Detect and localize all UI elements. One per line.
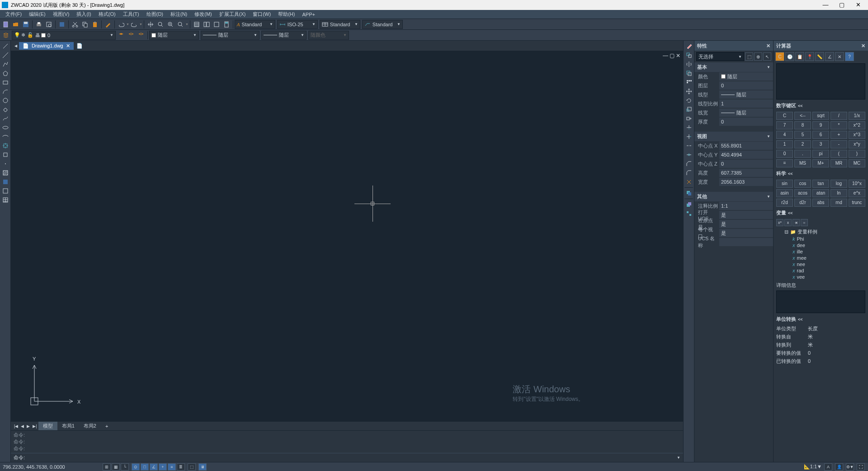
model-tab[interactable]: 模型 bbox=[38, 422, 57, 430]
calc-key-[interactable]: / bbox=[830, 112, 847, 120]
calc-key-8[interactable]: 8 bbox=[794, 121, 811, 129]
var-item-Phi[interactable]: kPhi bbox=[776, 236, 865, 242]
quickcalc-close-button[interactable]: ✕ bbox=[861, 43, 865, 49]
section-basic-header[interactable]: 基本▼ bbox=[694, 62, 773, 72]
calc-key-ln[interactable]: ln bbox=[830, 189, 847, 197]
lwt-button[interactable]: ≡ bbox=[168, 463, 176, 471]
move-button[interactable] bbox=[684, 87, 693, 95]
calc-getcoord-button[interactable]: 📍 bbox=[805, 52, 814, 61]
offset-button[interactable] bbox=[684, 69, 693, 77]
menu-tools[interactable]: 工具(T) bbox=[119, 10, 143, 19]
prop-height[interactable]: 607.7385 bbox=[719, 169, 773, 177]
text-style-dropdown[interactable]: A Standard ▼ bbox=[235, 20, 275, 29]
calc-key-9[interactable]: 9 bbox=[812, 121, 829, 129]
section-other-header[interactable]: 其他▼ bbox=[694, 192, 773, 201]
var-edit-button[interactable]: x bbox=[784, 219, 792, 226]
copy-obj-button[interactable] bbox=[684, 51, 693, 59]
prop-atorigin[interactable]: 是 bbox=[719, 220, 773, 228]
calc-distance-button[interactable]: 📏 bbox=[815, 52, 824, 61]
prop-lineweight[interactable]: 随层 bbox=[719, 109, 773, 117]
grid-button[interactable]: ▦ bbox=[112, 463, 120, 471]
insert-block-button[interactable] bbox=[1, 142, 10, 150]
osnap-button[interactable]: □ bbox=[141, 463, 149, 471]
calc-key-[interactable]: + bbox=[830, 131, 847, 139]
layout-last-button[interactable]: ▶| bbox=[31, 424, 38, 428]
menu-express[interactable]: 扩展工具(X) bbox=[216, 10, 250, 19]
menu-view[interactable]: 视图(V) bbox=[49, 10, 73, 19]
section-view-header[interactable]: 视图▼ bbox=[694, 132, 773, 141]
prop-linetype[interactable]: 随层 bbox=[719, 90, 773, 99]
calc-key-0[interactable]: 0 bbox=[776, 150, 793, 158]
calc-key-sin[interactable]: sin bbox=[776, 180, 793, 188]
region-button[interactable] bbox=[1, 187, 10, 195]
var-item-rad[interactable]: xrad bbox=[776, 267, 865, 274]
calc-intersect-button[interactable]: ✕ bbox=[835, 52, 844, 61]
calc-key-cos[interactable]: cos bbox=[794, 180, 811, 188]
var-item-mee[interactable]: xmee bbox=[776, 255, 865, 261]
close-button[interactable]: ✕ bbox=[850, 0, 866, 10]
mdi-minimize-button[interactable]: — bbox=[663, 52, 668, 59]
break-button[interactable] bbox=[684, 142, 693, 150]
menu-help[interactable]: 帮助(H) bbox=[274, 10, 298, 19]
minimize-button[interactable]: — bbox=[817, 0, 834, 10]
prop-color[interactable]: 随层 bbox=[719, 72, 773, 81]
select-objects-button[interactable]: ↖ bbox=[763, 52, 771, 61]
layer-properties-button[interactable] bbox=[1, 31, 10, 40]
var-item-nee[interactable]: xnee bbox=[776, 261, 865, 267]
cut-button[interactable] bbox=[71, 20, 80, 29]
maximize-button[interactable]: ▢ bbox=[834, 0, 850, 10]
var-item-vee[interactable]: xvee bbox=[776, 274, 865, 280]
polar-button[interactable]: ⊙ bbox=[132, 463, 140, 471]
layer-previous-button[interactable] bbox=[117, 31, 126, 40]
var-item-dee[interactable]: xdee bbox=[776, 242, 865, 248]
copy-button[interactable] bbox=[80, 20, 90, 29]
undo-button[interactable] bbox=[117, 20, 126, 29]
chamfer-button[interactable] bbox=[684, 160, 693, 168]
menu-edit[interactable]: 编辑(E) bbox=[25, 10, 49, 19]
calc-display[interactable] bbox=[776, 63, 865, 100]
calc-key-pi[interactable]: pi bbox=[812, 150, 829, 158]
menu-file[interactable]: 文件(F) bbox=[2, 10, 25, 19]
draworder-button[interactable] bbox=[684, 189, 693, 197]
open-button[interactable] bbox=[11, 20, 20, 29]
var-calc-button[interactable]: = bbox=[801, 219, 808, 226]
calc-key-log[interactable]: log bbox=[830, 180, 847, 188]
table-button[interactable] bbox=[1, 196, 10, 204]
quickselect-button[interactable]: ⬚ bbox=[745, 52, 753, 61]
calc-key-sqrt[interactable]: sqrt bbox=[812, 112, 829, 120]
calc-key-[interactable]: ( bbox=[830, 150, 847, 158]
calc-history-button[interactable]: 🕐 bbox=[785, 52, 794, 61]
layout-next-button[interactable]: ▶ bbox=[25, 424, 31, 428]
var-delete-button[interactable]: x̶ bbox=[793, 219, 800, 226]
layout-prev-button[interactable]: ◀ bbox=[19, 424, 25, 428]
calc-key-atan[interactable]: atan bbox=[812, 189, 829, 197]
calc-key-M[interactable]: M+ bbox=[812, 159, 829, 167]
layout1-tab[interactable]: 布局1 bbox=[57, 422, 79, 430]
unit-to[interactable]: 米 bbox=[808, 342, 865, 348]
select-similar-button[interactable] bbox=[684, 209, 693, 218]
menu-insert[interactable]: 插入(I) bbox=[73, 10, 94, 19]
calc-key-trunc[interactable]: trunc bbox=[849, 199, 865, 207]
rotate-button[interactable] bbox=[684, 96, 693, 105]
properties-button[interactable] bbox=[192, 20, 201, 29]
calc-key-C[interactable]: C bbox=[776, 112, 793, 120]
new-doc-tab-button[interactable]: 📄 bbox=[74, 42, 85, 50]
polygon-button[interactable] bbox=[1, 69, 10, 77]
drawing-canvas[interactable]: — ▢ ✕ Y X 激活 Windows 转到"设置"以激活 Windows。 bbox=[11, 51, 683, 421]
prop-thickness[interactable]: 0 bbox=[719, 118, 773, 126]
var-item-ille[interactable]: xille bbox=[776, 248, 865, 255]
model-button[interactable]: 🖥 bbox=[198, 463, 207, 471]
prop-ucsopen[interactable]: 是 bbox=[719, 211, 773, 219]
prop-center-z[interactable]: 0 bbox=[719, 160, 773, 168]
xline-button[interactable] bbox=[1, 51, 10, 59]
calc-key-tan[interactable]: tan bbox=[812, 180, 829, 188]
publish-button[interactable] bbox=[57, 20, 66, 29]
calc-key-MC[interactable]: MC bbox=[849, 159, 865, 167]
doc-tab-active[interactable]: 📄 Drawing1.dwg ✕ bbox=[19, 42, 74, 50]
calc-key-d2r[interactable]: d2r bbox=[794, 199, 811, 207]
print-preview-button[interactable] bbox=[44, 20, 53, 29]
calc-key-asin[interactable]: asin bbox=[776, 189, 793, 197]
layer-iso-button[interactable] bbox=[137, 31, 146, 40]
calc-key-x3[interactable]: x^3 bbox=[849, 131, 865, 139]
extend-button[interactable] bbox=[684, 133, 693, 141]
